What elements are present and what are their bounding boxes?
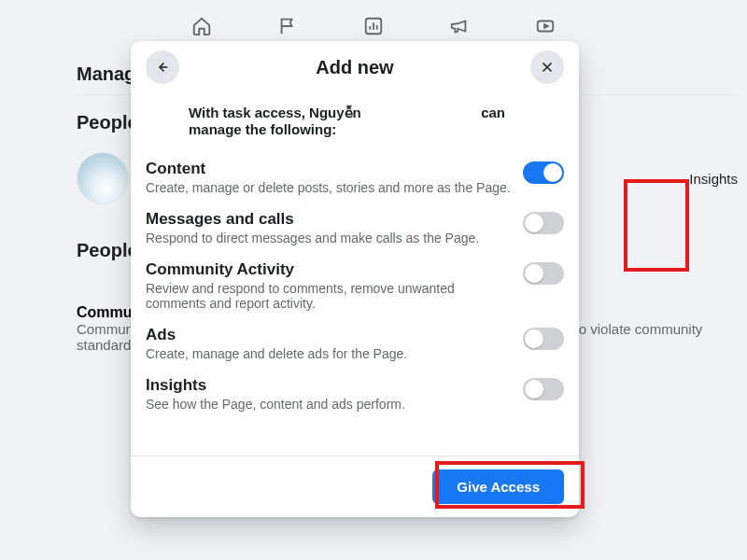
video-icon[interactable] <box>534 15 557 37</box>
modal-body: With task access, Nguyễn can manage the … <box>131 93 579 455</box>
give-access-button[interactable]: Give Access <box>432 469 564 504</box>
task-row-ads: Ads Create, manage and delete ads for th… <box>131 318 579 369</box>
task-row-content: Content Create, manage or delete posts, … <box>131 150 579 203</box>
lead-prefix: With task access, <box>189 105 309 120</box>
task-desc: Respond to direct messages and make call… <box>146 231 512 245</box>
toggle-messages[interactable] <box>523 212 564 234</box>
modal-title: Add new <box>316 57 393 78</box>
task-title: Content <box>146 160 512 178</box>
modal-footer: Give Access <box>131 455 579 517</box>
lead-name: Nguyễn <box>309 105 361 120</box>
modal-header: Add new <box>131 41 579 93</box>
back-button[interactable] <box>146 50 179 84</box>
person-tags: Insights <box>689 171 738 187</box>
toggle-community[interactable] <box>523 262 564 285</box>
flag-icon[interactable] <box>276 15 299 37</box>
close-button[interactable] <box>530 50 564 84</box>
avatar[interactable] <box>77 152 129 204</box>
task-desc: See how the Page, content and ads perfor… <box>146 397 512 412</box>
add-new-modal: Add new With task access, Nguyễn can man… <box>131 41 579 517</box>
toggle-ads[interactable] <box>523 328 564 350</box>
task-row-messages: Messages and calls Respond to direct mes… <box>131 203 579 253</box>
task-desc: Create, manage and delete ads for the Pa… <box>146 346 512 361</box>
task-row-insights: Insights See how the Page, content and a… <box>131 369 579 419</box>
task-row-community: Community Activity Review and respond to… <box>131 253 579 318</box>
task-title: Community Activity <box>146 260 512 279</box>
toggle-content[interactable] <box>523 161 564 184</box>
home-icon[interactable] <box>190 15 213 37</box>
task-title: Insights <box>146 376 512 395</box>
task-title: Ads <box>146 326 512 344</box>
insights-icon[interactable] <box>362 15 385 37</box>
task-title: Messages and calls <box>146 210 512 229</box>
task-desc: Review and respond to comments, remove u… <box>146 281 512 311</box>
megaphone-icon[interactable] <box>448 15 471 37</box>
lead-text: With task access, Nguyễn can manage the … <box>131 105 579 150</box>
toggle-insights[interactable] <box>523 378 564 400</box>
task-desc: Create, manage or delete posts, stories … <box>146 180 512 195</box>
